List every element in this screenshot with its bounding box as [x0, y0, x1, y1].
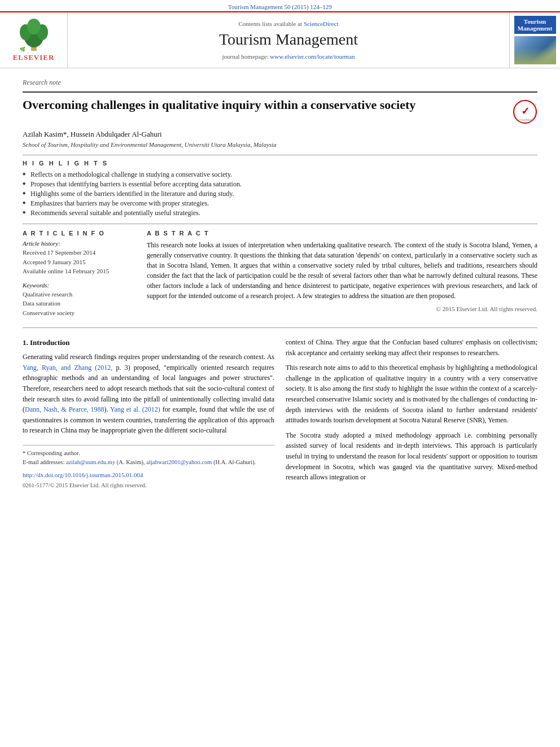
article-history-group: Article history: Received 17 September 2…: [23, 240, 135, 276]
email-label: E-mail addresses:: [23, 459, 64, 465]
article-info-abstract: A R T I C L E I N F O Article history: R…: [23, 230, 537, 323]
article-history-label: Article history:: [23, 240, 135, 247]
elsevier-logo: 🌿 ELSEVIER: [0, 12, 68, 68]
highlight-item: Reflects on a methodological challenge i…: [23, 170, 537, 180]
keyword-1: Qualitative research: [23, 290, 135, 299]
contents-line: Contents lists available at ScienceDirec…: [238, 20, 338, 27]
email-line: E-mail addresses: azilah@uum.edu.my (A. …: [23, 458, 274, 467]
email-2-link[interactable]: aljahwari2001@yahoo.com: [146, 459, 212, 465]
section-1-title: Introduction: [30, 338, 70, 347]
doi-link[interactable]: http://dx.doi.org/10.1016/j.tourman.2015…: [23, 471, 143, 478]
accepted-date: Accepted 9 January 2015: [23, 257, 135, 267]
divider-1: [23, 155, 537, 155]
journal-image-right: Tourism Management: [509, 12, 560, 68]
article-info-section-title: A R T I C L E I N F O: [23, 230, 135, 237]
highlight-item: Emphasizes that barriers may be overcome…: [23, 199, 537, 208]
highlight-item: Recommends several suitable and potentia…: [23, 208, 537, 218]
keywords-group: Keywords: Qualitative research Data satu…: [23, 282, 135, 318]
abstract-copyright: © 2015 Elsevier Ltd. All rights reserved…: [147, 305, 537, 312]
body-paragraph-right-1: context of China. They argue that the Co…: [286, 337, 537, 358]
elsevier-wordmark: ELSEVIER: [13, 53, 55, 62]
body-column-right: context of China. They argue that the Co…: [286, 337, 537, 491]
received-date: Received 17 September 2014: [23, 248, 135, 257]
elsevier-tree-icon: 🌿: [14, 18, 54, 52]
article-affiliation: School of Tourism, Hospitality and Envir…: [23, 141, 537, 148]
tm-photo: [514, 36, 556, 64]
journal-main-title: Tourism Management: [219, 30, 358, 49]
keywords-label: Keywords:: [23, 282, 135, 289]
footnote-area: * Corresponding author. E-mail addresses…: [23, 445, 274, 491]
available-date: Available online 14 February 2015: [23, 267, 135, 276]
body-paragraph-right-3: The Socotra study adopted a mixed method…: [286, 430, 537, 483]
body-paragraph-right-2: This research note aims to add to this t…: [286, 362, 537, 426]
tm-title-box: Tourism Management: [514, 16, 556, 34]
homepage-line: journal homepage: www.elsevier.com/locat…: [222, 53, 355, 60]
section-1-number: 1.: [23, 338, 28, 347]
journal-top-citation: Tourism Management 50 (2015) 124–129: [0, 0, 560, 11]
citation-text: Tourism Management 50 (2015) 124–129: [228, 3, 332, 10]
body-column-left: 1. Introduction Generating valid researc…: [23, 337, 274, 491]
section-1-header: 1. Introduction: [23, 337, 274, 348]
email-2-name: (H.A. Al-Gahuri).: [213, 459, 256, 465]
main-content: Research note Overcoming challenges in q…: [0, 68, 560, 496]
title-divider-top: [23, 91, 537, 93]
article-type-label: Research note: [23, 78, 537, 87]
highlight-item: Proposes that identifying barriers is es…: [23, 180, 537, 189]
divider-3: [23, 327, 537, 328]
highlights-title: H I G H L I G H T S: [23, 160, 537, 167]
svg-text:CrossMark: CrossMark: [516, 117, 534, 122]
journal-title-center: Contents lists available at ScienceDirec…: [68, 12, 509, 68]
homepage-url[interactable]: www.elsevier.com/locate/tourman: [270, 53, 355, 60]
highlights-section: H I G H L I G H T S Reflects on a method…: [23, 160, 537, 218]
svg-text:🌿: 🌿: [20, 46, 25, 52]
svg-text:✓: ✓: [521, 106, 530, 117]
abstract-text: This research note looks at issues of in…: [147, 240, 537, 301]
dann-reference-link[interactable]: Dann, Nash, & Pearce, 1988: [25, 405, 104, 413]
journal-header: 🌿 ELSEVIER Contents lists available at S…: [0, 11, 560, 68]
divider-2: [23, 224, 537, 224]
corresponding-author-label: * Corresponding author.: [23, 449, 274, 458]
article-main-title: Overcoming challenges in qualitative inq…: [23, 97, 513, 113]
svg-point-4: [27, 19, 41, 34]
yang2012-reference-link[interactable]: Yang et al. (2012): [110, 405, 160, 413]
abstract-section: A B S T R A C T This research note looks…: [147, 230, 537, 323]
body-paragraph-1: Generating valid research findings requi…: [23, 352, 274, 436]
email-1-name: (A. Kasim),: [117, 459, 145, 465]
article-title-row: Overcoming challenges in qualitative inq…: [23, 97, 537, 124]
issn-line: 0261-5177/© 2015 Elsevier Ltd. All right…: [23, 481, 274, 490]
keyword-2: Data saturation: [23, 299, 135, 308]
highlight-item: Highlights some of the barriers identifi…: [23, 189, 537, 199]
email-1-link[interactable]: azilah@uum.edu.my: [66, 459, 115, 465]
article-info-column: A R T I C L E I N F O Article history: R…: [23, 230, 135, 323]
abstract-section-title: A B S T R A C T: [147, 230, 537, 237]
article-authors: Azilah Kasim*, Hussein Abdulqader Al-Gah…: [23, 130, 537, 139]
highlights-list: Reflects on a methodological challenge i…: [23, 170, 537, 218]
yang-reference-link[interactable]: Yang, Ryan, and Zhang (2012,: [23, 364, 112, 372]
crossmark-icon: ✓ CrossMark: [513, 99, 537, 124]
body-two-column: 1. Introduction Generating valid researc…: [23, 337, 537, 491]
keyword-3: Conservative society: [23, 308, 135, 318]
sciencedirect-link[interactable]: ScienceDirect: [304, 20, 339, 27]
